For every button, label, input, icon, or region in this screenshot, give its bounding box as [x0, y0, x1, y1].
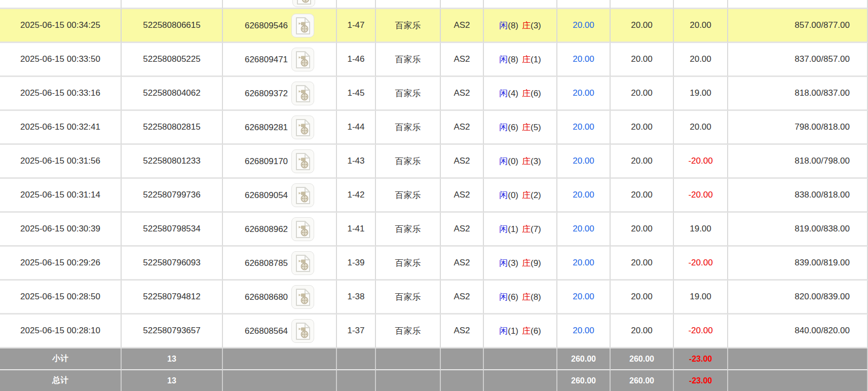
win-loss-cell: 19.00 — [674, 77, 728, 111]
video-replay-button[interactable] — [291, 217, 314, 241]
bet-record-row[interactable]: 2025-06-15 00:28:10 522580793657 6268085… — [0, 315, 868, 348]
bet-time: 2025-06-15 00:29:26 — [20, 258, 100, 267]
order-no: 522580799736 — [143, 190, 200, 200]
empty-cell — [557, 0, 611, 9]
game-id-cell: 626808962 — [223, 213, 337, 247]
video-replay-button[interactable] — [291, 115, 314, 139]
bet-record-row[interactable]: 2025-06-15 00:33:50 522580805225 6268094… — [0, 43, 868, 77]
banker-label: 庄 — [522, 292, 531, 302]
video-replay-button[interactable] — [291, 251, 314, 275]
balance: 818.00/837.00 — [795, 88, 850, 98]
game-type: 百家乐 — [395, 190, 421, 200]
bet-record-row[interactable]: 2025-06-15 00:32:41 522580802815 6268092… — [0, 111, 868, 145]
empty-cell — [728, 0, 868, 9]
order-no-cell: 522580801233 — [122, 145, 223, 179]
bet-amount-cell: 20.00 — [557, 145, 611, 179]
summary-row: 总计 13 260.00 260.00 -23.00 — [0, 370, 868, 391]
table-name: AS2 — [454, 156, 470, 166]
bet-amount-link[interactable]: 20.00 — [573, 156, 594, 166]
game-round-id: 626809372 — [245, 88, 288, 98]
order-no-cell: 522580798534 — [122, 213, 223, 247]
video-replay-icon — [295, 85, 311, 102]
banker-label: 庄 — [522, 123, 531, 132]
game-type-cell: 百家乐 — [376, 77, 441, 111]
empty-cell — [376, 348, 441, 370]
video-replay-button[interactable] — [291, 285, 314, 309]
balance: 818.00/798.00 — [795, 156, 850, 166]
empty-cell — [223, 370, 337, 391]
video-replay-button[interactable] — [291, 149, 314, 173]
player-score: (6) — [508, 123, 518, 132]
bet-amount-link[interactable]: 20.00 — [573, 88, 594, 98]
video-replay-button[interactable] — [291, 319, 314, 343]
summary-valid-bet-cell: 260.00 — [611, 348, 674, 370]
win-loss: 19.00 — [690, 224, 711, 233]
balance-cell: 857.00/877.00 — [728, 9, 868, 43]
video-replay-button[interactable] — [291, 48, 314, 71]
bet-record-row[interactable]: 2025-06-15 00:29:26 522580796093 6268087… — [0, 247, 868, 281]
valid-bet-cell: 20.00 — [611, 111, 674, 145]
game-id-cell — [223, 0, 337, 9]
player-score: (4) — [508, 89, 518, 98]
bet-amount-link[interactable]: 20.00 — [573, 258, 594, 267]
round-number: 1-45 — [347, 88, 364, 98]
player-label: 闲 — [499, 326, 508, 336]
table-name-cell: AS2 — [441, 9, 484, 43]
win-loss: -20.00 — [688, 156, 712, 166]
round-number: 1-42 — [347, 190, 364, 200]
banker-label: 庄 — [522, 190, 531, 200]
game-id-cell: 626809546 — [223, 9, 337, 43]
bet-record-row[interactable]: 2025-06-15 00:31:56 522580801233 6268091… — [0, 145, 868, 179]
empty-cell — [0, 0, 122, 9]
player-score: (8) — [508, 55, 518, 64]
summary-win-loss-total: -23.00 — [689, 355, 712, 363]
empty-cell — [674, 0, 728, 9]
valid-bet: 20.00 — [631, 190, 653, 200]
table-name: AS2 — [454, 122, 470, 132]
balance: 819.00/838.00 — [795, 224, 850, 233]
bet-record-row[interactable]: 2025-06-15 00:33:16 522580804062 6268093… — [0, 77, 868, 111]
round-number: 1-43 — [347, 156, 364, 166]
game-result-cell: 闲(4)庄(6) — [484, 77, 557, 111]
game-round-id: 626809170 — [245, 156, 288, 166]
bet-amount-link[interactable]: 20.00 — [573, 190, 594, 200]
order-no: 522580796093 — [143, 258, 200, 267]
game-type: 百家乐 — [395, 123, 421, 132]
bet-record-row[interactable]: 2025-06-15 00:30:39 522580798534 6268089… — [0, 213, 868, 247]
summary-valid-bet-cell: 260.00 — [611, 370, 674, 391]
balance: 798.00/818.00 — [795, 122, 850, 132]
video-replay-button[interactable] — [291, 183, 314, 207]
summary-bet-total: 260.00 — [571, 355, 596, 363]
win-loss-cell: -20.00 — [674, 179, 728, 213]
bet-time: 2025-06-15 00:31:14 — [20, 190, 100, 200]
valid-bet: 20.00 — [631, 258, 653, 267]
video-replay-button[interactable] — [292, 0, 315, 7]
bet-record-row[interactable]: 2025-06-15 00:28:50 522580794812 6268086… — [0, 281, 868, 315]
bet-time-cell: 2025-06-15 00:31:56 — [0, 145, 122, 179]
bet-amount-link[interactable]: 20.00 — [573, 326, 594, 335]
bet-amount-cell: 20.00 — [557, 247, 611, 281]
game-type: 百家乐 — [395, 55, 421, 64]
banker-label: 庄 — [522, 224, 531, 234]
bet-amount-link[interactable]: 20.00 — [573, 122, 594, 132]
win-loss: 20.00 — [690, 54, 711, 64]
order-no: 522580804062 — [143, 88, 200, 98]
balance: 820.00/839.00 — [795, 292, 850, 301]
game-round-id: 626809546 — [245, 20, 288, 30]
bet-record-row[interactable]: 2025-06-15 00:31:14 522580799736 6268090… — [0, 179, 868, 213]
valid-bet: 20.00 — [631, 88, 653, 98]
video-replay-button[interactable] — [291, 14, 314, 37]
bet-time: 2025-06-15 00:30:39 — [20, 224, 100, 233]
video-replay-button[interactable] — [291, 82, 314, 105]
player-label: 闲 — [499, 157, 508, 166]
banker-score: (8) — [531, 292, 541, 302]
win-loss-cell: 20.00 — [674, 43, 728, 77]
win-loss: 20.00 — [690, 20, 711, 30]
bet-amount-link[interactable]: 20.00 — [573, 224, 594, 233]
bet-record-row[interactable]: 2025-06-15 00:34:25 522580806615 6268095… — [0, 9, 868, 43]
valid-bet: 20.00 — [631, 326, 653, 335]
bet-amount-link[interactable]: 20.00 — [573, 54, 594, 64]
bet-amount-link[interactable]: 20.00 — [573, 292, 594, 301]
bet-amount-link[interactable]: 20.00 — [573, 20, 594, 30]
player-score: (1) — [508, 224, 518, 234]
